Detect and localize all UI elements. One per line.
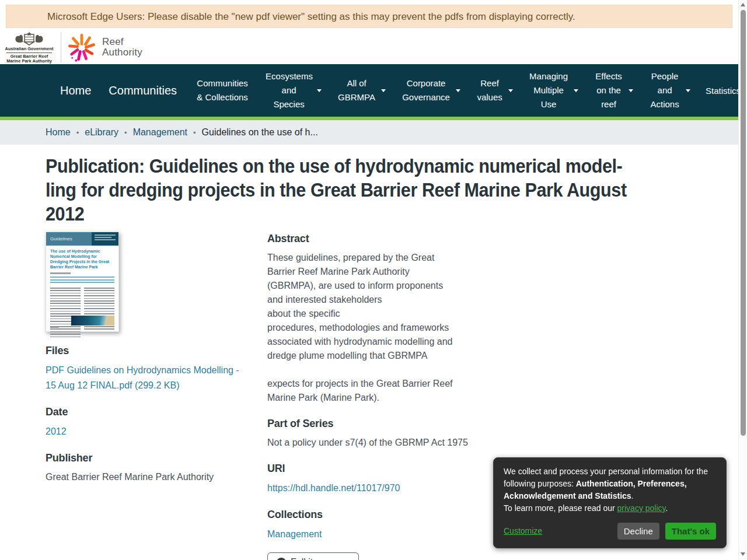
breadcrumb-separator: •	[76, 128, 79, 137]
item-sidebar: Guidelines The use of Hydrodynamic Numer…	[46, 232, 267, 560]
date-heading: Date	[46, 406, 267, 418]
gov-logo-line1: Australian Government	[5, 47, 54, 52]
scroll-down-arrow-icon[interactable]	[741, 552, 745, 556]
files-heading: Files	[46, 345, 267, 357]
cookie-message: We collect and process your personal inf…	[504, 466, 716, 502]
breadcrumb-separator: •	[193, 128, 196, 137]
nav-statistics[interactable]: Statistics	[706, 86, 741, 96]
nav-communities-collections[interactable]: Communities & Collections	[194, 76, 250, 104]
edge-pdf-alert: Microsoft Edge Users: Please disable the…	[6, 5, 732, 28]
nav-people-and-actions[interactable]: People and Actions	[648, 69, 690, 111]
chevron-down-icon	[629, 89, 633, 92]
thumb-photo-strip	[71, 316, 114, 326]
publisher-value: Great Barrier Reef Marine Park Authority	[46, 470, 267, 484]
nav-all-of-gbrmpa[interactable]: All of GBRMPA	[337, 76, 386, 104]
date-link[interactable]: 2012	[46, 424, 67, 439]
chevron-down-icon	[317, 89, 322, 92]
collection-management-link[interactable]: Management	[267, 527, 322, 542]
full-item-page-button[interactable]: i Full item page	[267, 552, 359, 560]
brand-line1: Reef	[102, 37, 142, 47]
uri-link[interactable]: https://hdl.handle.net/11017/970	[267, 481, 400, 496]
chevron-down-icon	[456, 89, 460, 92]
info-icon: i	[277, 558, 286, 560]
thumb-crest	[92, 232, 118, 246]
abstract-text: These guidelines, prepared by the Great …	[267, 251, 502, 405]
nav-home[interactable]: Home	[60, 84, 91, 97]
chevron-down-icon	[508, 89, 513, 92]
breadcrumb-current: Guidelines on the use of h...	[202, 127, 318, 138]
cookie-consent-dialog: We collect and process your personal inf…	[493, 457, 727, 548]
thumb-title: The use of Hydrodynamic Numerical Modell…	[46, 246, 118, 271]
brand-line2: Authority	[102, 47, 142, 58]
privacy-policy-link[interactable]: privacy policy	[617, 503, 666, 513]
page-title: Publication: Guidelines on the use of hy…	[46, 154, 686, 226]
breadcrumb-home[interactable]: Home	[46, 127, 71, 138]
nav-reef-values[interactable]: Reef values	[476, 76, 513, 104]
site-header: Australian Government Great Barrier Reef…	[0, 30, 738, 64]
breadcrumb-separator: •	[124, 128, 127, 137]
coral-burst-icon	[66, 31, 97, 64]
nav-communities[interactable]: Communities	[109, 84, 177, 97]
publisher-heading: Publisher	[46, 452, 267, 464]
nav-effects-on-the-reef[interactable]: Effects on the reef	[594, 69, 633, 111]
nav-managing-multiple-use[interactable]: Managing Multiple Use	[528, 69, 578, 111]
breadcrumb: Home • eLibrary • Management • Guideline…	[0, 120, 738, 145]
breadcrumb-management[interactable]: Management	[133, 127, 187, 138]
chevron-down-icon	[574, 89, 578, 92]
chevron-down-icon	[381, 89, 386, 92]
australian-government-logo[interactable]: Australian Government Great Barrier Reef…	[0, 30, 58, 64]
uri-heading: URI	[267, 463, 502, 475]
decline-button[interactable]: Decline	[617, 523, 659, 540]
pdf-file-link[interactable]: PDF Guidelines on Hydrodynamics Modellin…	[46, 363, 251, 393]
chevron-down-icon	[686, 89, 690, 92]
nav-corporate-governance[interactable]: Corporate Governance	[401, 76, 460, 104]
series-value: Not a policy under s7(4) of the GBRMP Ac…	[267, 436, 502, 450]
reef-authority-logo[interactable]: Reef Authority	[64, 31, 142, 64]
cookie-learn-more: To learn more, please read our privacy p…	[504, 502, 716, 514]
item-details: Abstract These guidelines, prepared by t…	[267, 232, 502, 560]
series-heading: Part of Series	[267, 418, 502, 430]
breadcrumb-elibrary[interactable]: eLibrary	[85, 127, 118, 138]
nav-ecosystems-species[interactable]: Ecosystems and Species	[266, 69, 322, 111]
customize-link[interactable]: Customize	[504, 525, 542, 537]
scroll-up-arrow-icon[interactable]	[741, 3, 745, 6]
main-nav: Home Communities Communities & Collectio…	[0, 64, 738, 117]
vertical-scrollbar[interactable]	[738, 0, 747, 560]
logo-divider	[61, 32, 61, 62]
coat-of-arms-icon	[13, 32, 45, 47]
gov-logo-line3: Marine Park Authority	[6, 59, 52, 64]
collections-heading: Collections	[267, 509, 502, 521]
thumb-header-label: Guidelines	[46, 232, 92, 246]
accept-button[interactable]: That's ok	[665, 523, 716, 540]
abstract-heading: Abstract	[267, 233, 502, 245]
pdf-thumbnail[interactable]: Guidelines The use of Hydrodynamic Numer…	[46, 232, 119, 332]
scrollbar-thumb[interactable]	[741, 10, 746, 436]
